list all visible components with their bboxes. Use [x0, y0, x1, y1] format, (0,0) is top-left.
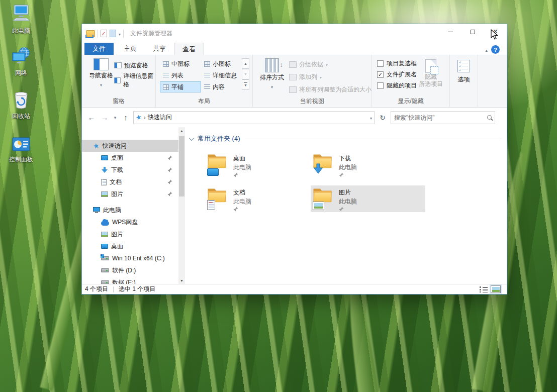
desktop-icon-network[interactable]: 网络 [1, 46, 41, 77]
selected-count: 选中 1 个项目 [119, 285, 155, 293]
add-columns-label: 添加列 [299, 73, 317, 81]
pin-icon [339, 207, 357, 212]
view-small-icons-button[interactable]: 小图标 [201, 58, 245, 69]
desktop-icon-control-panel[interactable]: 控制面板 [1, 135, 41, 164]
pictures-icon [101, 232, 108, 237]
tab-view[interactable]: 查看 [174, 43, 204, 55]
gallery-more-icon[interactable] [242, 79, 249, 90]
sort-by-label: 排序方式 [260, 73, 284, 82]
tab-share[interactable]: 共享 [145, 43, 174, 55]
navigation-pane-label: 导航窗格 [89, 71, 113, 80]
sidebar-item-desktop[interactable]: 桌面 [82, 152, 178, 164]
thumbnail-view-toggle-icon[interactable] [491, 285, 501, 293]
group-header[interactable]: 常用文件夹 (4) [189, 134, 502, 143]
gallery-scroll-up-icon[interactable] [242, 58, 249, 69]
hide-selected-items-button: 隐藏 所选项目 [417, 55, 445, 91]
hide-selected-label2: 所选项目 [419, 81, 443, 87]
sidebar-item-label: 快速访问 [103, 142, 127, 150]
search-box[interactable] [391, 111, 495, 124]
address-dropdown-chevron-icon[interactable] [370, 114, 372, 121]
hidden-items-label: 隐藏的项目 [387, 81, 417, 90]
size-columns-to-fit-button: 将所有列调整为合适的大小 [289, 84, 372, 95]
sort-by-button[interactable]: 排序方式 [258, 55, 286, 95]
item-checkboxes-checkbox[interactable]: 项目复选框 [377, 58, 417, 69]
group-header-rule [245, 139, 502, 139]
group-label-panes: 窗格 [82, 97, 155, 106]
tile-name: 文档 [233, 188, 251, 197]
sidebar-item-downloads[interactable]: 下载 [82, 164, 178, 176]
recent-locations-chevron-icon[interactable] [111, 112, 119, 124]
tab-home[interactable]: 主页 [116, 43, 145, 55]
hidden-items-checkbox[interactable]: 隐藏的项目 [377, 80, 417, 91]
minimize-button[interactable] [439, 24, 461, 39]
sidebar-item-documents[interactable]: 文档 [82, 176, 178, 188]
view-content-button[interactable]: 内容 [201, 81, 245, 92]
view-details-button[interactable]: 详细信息 [201, 70, 245, 81]
chevron-down-icon [100, 81, 102, 88]
sidebar-item-pc-pictures[interactable]: 图片 [82, 228, 178, 240]
maximize-button[interactable] [461, 24, 484, 39]
pin-icon [339, 172, 357, 177]
sidebar-item-label: 桌面 [111, 154, 123, 162]
view-list-button[interactable]: 列表 [160, 70, 201, 81]
customize-toolbar-chevron-icon[interactable] [119, 30, 121, 37]
breadcrumb[interactable]: 快速访问 [148, 113, 172, 122]
preview-pane-button[interactable]: 预览窗格 [114, 60, 155, 71]
collapse-ribbon-icon[interactable] [485, 48, 488, 53]
drive-icon [101, 268, 109, 272]
desktop-icon-this-pc[interactable]: 此电脑 [1, 4, 41, 35]
scroll-down-icon[interactable] [178, 277, 185, 284]
sidebar-item-wps-cloud[interactable]: WPS网盘 [82, 216, 178, 228]
sidebar-item-label: 桌面 [111, 242, 123, 251]
group-by-button: 分组依据 [289, 59, 372, 70]
new-folder-icon[interactable] [110, 30, 116, 37]
folder-content: 常用文件夹 (4) 桌面 此电脑 [185, 127, 507, 284]
file-extensions-checkbox[interactable]: 文件扩展名 [377, 69, 417, 80]
tile-downloads[interactable]: 下载 此电脑 [311, 151, 425, 178]
help-button[interactable]: ? [491, 45, 500, 54]
sidebar-item-quick-access[interactable]: 快速访问 [82, 140, 178, 152]
breadcrumb-separator-icon [144, 114, 146, 121]
up-button[interactable] [119, 112, 132, 124]
details-view-toggle-icon[interactable] [480, 286, 488, 292]
sidebar-item-pc-desktop[interactable]: 桌面 [82, 240, 178, 252]
cloud-icon [101, 221, 109, 226]
back-button[interactable] [85, 112, 98, 124]
desktop-icon-label: 回收站 [12, 112, 30, 121]
tab-file[interactable]: 文件 [84, 43, 114, 55]
refresh-button[interactable] [376, 112, 389, 124]
group-label-current-view: 当前视图 [253, 97, 372, 106]
navigation-pane-button[interactable]: 导航窗格 [88, 55, 114, 88]
gallery-scroll-down-icon[interactable] [242, 69, 249, 79]
view-tiles-button[interactable]: 平铺 [160, 81, 201, 92]
tile-location: 此电脑 [339, 163, 357, 172]
collapse-group-chevron-icon[interactable] [189, 136, 194, 141]
tile-documents[interactable]: 文档 此电脑 [205, 185, 320, 212]
ribbon: 导航窗格 预览窗格 详细信息窗格 窗格 [82, 55, 507, 108]
properties-icon[interactable] [101, 30, 107, 37]
options-button[interactable]: 选项 [450, 55, 478, 84]
forward-button[interactable] [98, 112, 111, 124]
tile-pictures[interactable]: 图片 此电脑 [311, 185, 425, 212]
sidebar-item-pictures[interactable]: 图片 [82, 188, 178, 200]
search-input[interactable] [394, 114, 487, 121]
tile-desktop[interactable]: 桌面 此电脑 [205, 151, 320, 178]
nav-scrollbar[interactable] [178, 127, 185, 284]
sidebar-item-drive-c[interactable]: Win 10 Ent x64 (C:) [82, 252, 178, 264]
address-bar[interactable]: 快速访问 [133, 111, 375, 124]
scroll-up-icon[interactable] [178, 127, 185, 134]
document-overlay-icon [207, 200, 215, 210]
view-label: 小图标 [213, 60, 231, 68]
desktop-folder-icon [101, 244, 108, 249]
downloads-icon [101, 167, 108, 173]
pin-icon [167, 155, 172, 160]
sidebar-item-this-pc[interactable]: 此电脑 [82, 204, 178, 216]
sidebar-item-drive-d[interactable]: 软件 (D:) [82, 264, 178, 276]
desktop-folder-icon [101, 155, 108, 160]
view-medium-icons-button[interactable]: 中图标 [160, 58, 201, 69]
details-pane-button[interactable]: 详细信息窗格 [114, 75, 155, 86]
scrollbar-thumb[interactable] [179, 136, 184, 197]
options-label: 选项 [458, 75, 470, 84]
status-bar: 4 个项目 选中 1 个项目 [82, 284, 507, 294]
desktop-icon-recycle-bin[interactable]: 回收站 [1, 89, 41, 121]
